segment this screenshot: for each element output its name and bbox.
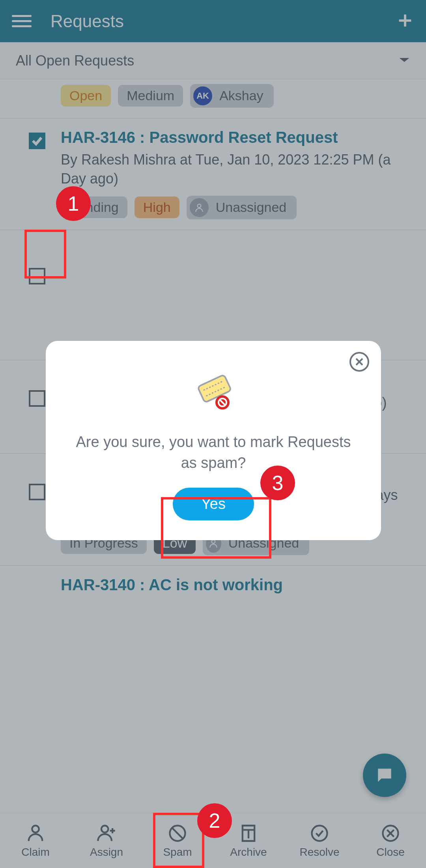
annotation-marker-1: 1 — [56, 186, 91, 221]
close-icon[interactable] — [349, 352, 369, 372]
spam-ticket-icon — [62, 372, 365, 412]
annotation-outline-2 — [153, 813, 204, 868]
annotation-outline-3 — [161, 497, 271, 559]
annotation-marker-3: 3 — [260, 466, 295, 500]
annotation-marker-2: 2 — [197, 803, 232, 838]
annotation-outline-1 — [24, 230, 66, 279]
modal-question: Are you sure, you want to mark Requests … — [62, 432, 365, 473]
